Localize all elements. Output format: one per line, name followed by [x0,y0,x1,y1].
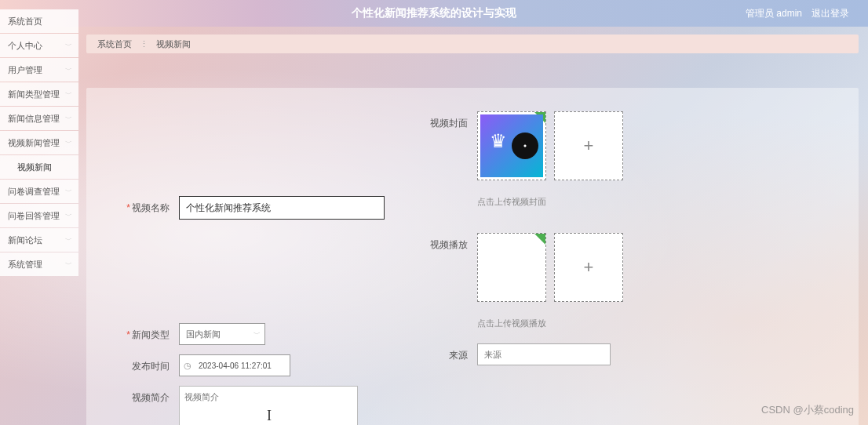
video-intro-textarea[interactable] [179,386,358,425]
chevron-down-icon: ﹀ [65,211,72,221]
breadcrumb-sep-icon: ⋮ [140,39,148,49]
sidebar-item-survey-mgmt[interactable]: 问卷调查管理 ﹀ [0,180,78,203]
breadcrumb: 系统首页 ⋮ 视频新闻 [86,35,859,53]
chevron-down-icon: ﹀ [65,114,72,124]
video-name-input[interactable] [179,196,385,220]
source-input[interactable] [477,343,611,365]
sidebar-item-user-mgmt[interactable]: 用户管理 ﹀ [0,58,78,82]
sidebar-item-label: 用户管理 [8,64,42,76]
sidebar-item-label: 个人中心 [8,40,42,52]
sidebar-item-personal[interactable]: 个人中心 ﹀ [0,34,78,57]
sidebar-item-label: 系统管理 [8,259,42,271]
publish-time-input[interactable]: ◷ [179,354,290,376]
publish-time-label: 发布时间 [118,354,179,378]
sidebar: 系统首页 个人中心 ﹀ 用户管理 ﹀ 新闻类型管理 ﹀ 新闻信息管理 ﹀ 视频新… [0,0,78,425]
chevron-down-icon: ﹀ [65,187,72,197]
check-corner-icon [534,234,545,245]
news-type-select[interactable]: ﹀ [179,323,265,345]
news-type-label: *新闻类型 [118,323,179,347]
cover-image: ♛ [480,114,543,177]
video-cover-label: 视频封面 [416,111,477,135]
sidebar-item-label: 问卷调查管理 [8,186,60,198]
sidebar-item-video-news-mgmt[interactable]: 视频新闻管理 ﹀ [0,131,78,154]
chevron-down-icon: ﹀ [65,65,72,75]
sidebar-item-forum[interactable]: 新闻论坛 ﹀ [0,228,78,252]
video-play-thumbnail[interactable] [477,233,546,302]
plus-icon: + [584,257,594,278]
video-play-hint: 点击上传视频播放 [477,318,827,329]
sidebar-item-label: 系统首页 [8,16,42,27]
video-cover-thumbnail[interactable]: ♛ [477,111,546,180]
breadcrumb-home[interactable]: 系统首页 [97,38,132,50]
video-play-label: 视频播放 [416,233,477,256]
source-label: 来源 [416,343,477,367]
sidebar-item-answer-mgmt[interactable]: 问卷回答管理 ﹀ [0,204,78,227]
sidebar-item-label: 新闻信息管理 [8,113,60,125]
chevron-down-icon: ﹀ [65,235,72,245]
video-play-add[interactable]: + [554,233,623,302]
breadcrumb-current: 视频新闻 [156,38,191,50]
sidebar-item-label: 视频新闻 [17,162,52,173]
sidebar-item-label: 问卷回答管理 [8,210,60,222]
sidebar-item-video-news[interactable]: 视频新闻 [0,155,78,179]
plus-icon: + [584,136,594,156]
sidebar-item-label: 新闻类型管理 [8,89,60,100]
topbar: 个性化新闻推荐系统的设计与实现 管理员 admin 退出登录 [0,0,868,27]
video-cover-add[interactable]: + [554,111,623,180]
video-intro-label: 视频简介 [118,386,179,409]
chevron-down-icon: ﹀ [65,89,72,100]
sidebar-item-home[interactable]: 系统首页 [0,9,78,33]
chevron-down-icon: ﹀ [65,41,72,51]
sidebar-item-label: 新闻论坛 [8,234,42,246]
form-panel: *视频名称 *新闻类型 ﹀ 发布时间 ◷ [86,88,859,425]
sidebar-item-system-mgmt[interactable]: 系统管理 ﹀ [0,252,78,276]
sidebar-item-news-info[interactable]: 新闻信息管理 ﹀ [0,107,78,130]
sidebar-item-news-type[interactable]: 新闻类型管理 ﹀ [0,82,78,106]
user-role-label: 管理员 admin [746,7,802,20]
video-name-label: *视频名称 [118,196,179,220]
video-cover-hint: 点击上传视频封面 [477,196,827,208]
sidebar-item-label: 视频新闻管理 [8,137,60,149]
page-title: 个性化新闻推荐系统的设计与实现 [352,6,516,20]
chevron-down-icon: ﹀ [65,138,72,148]
chevron-down-icon: ﹀ [65,260,72,270]
logout-link[interactable]: 退出登录 [811,7,849,20]
